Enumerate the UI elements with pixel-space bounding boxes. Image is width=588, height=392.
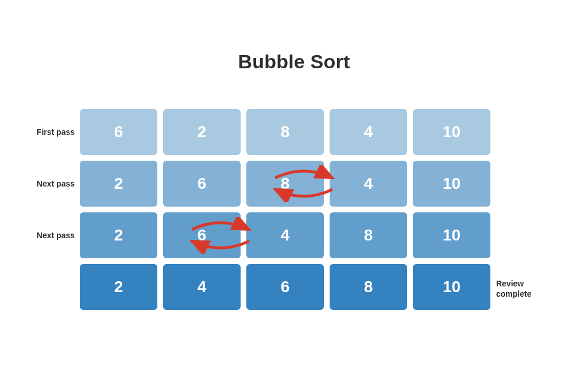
cell: 6: [246, 264, 324, 310]
table-row: 6 2 8 4 10: [80, 109, 491, 155]
table-row: 2 6 8 4 10: [80, 161, 491, 207]
page-title: Bubble Sort: [0, 51, 588, 73]
cell: 10: [413, 161, 490, 207]
sort-grid: 6 2 8 4 10 2 6 8 4 10 2: [80, 109, 491, 316]
cell: 2: [80, 212, 157, 258]
cell: 6: [163, 161, 241, 207]
cell: 4: [330, 161, 407, 207]
cell: 2: [80, 264, 157, 310]
table-row: 2 4 6 8 10: [80, 264, 491, 310]
row-label-right-3: Review complete: [496, 278, 565, 299]
cell: 4: [163, 264, 241, 310]
cell: 10: [413, 212, 490, 258]
cell: 2: [163, 109, 241, 155]
diagram-page: Bubble Sort First pass Next pass Next pa…: [0, 0, 588, 392]
cell: 8: [330, 212, 407, 258]
cell: 8: [246, 161, 324, 207]
cell: 6: [163, 212, 241, 258]
table-row: 2 6 4 8 10: [80, 212, 491, 258]
row-label-left-0: First pass: [23, 127, 75, 137]
cell: 8: [330, 264, 407, 310]
cell: 2: [80, 161, 157, 207]
row-label-left-1: Next pass: [23, 179, 75, 188]
cell: 10: [413, 109, 490, 155]
row-label-left-2: Next pass: [23, 231, 75, 240]
cell: 8: [246, 109, 324, 155]
cell: 4: [330, 109, 407, 155]
cell: 10: [413, 264, 490, 310]
cell: 6: [80, 109, 157, 155]
cell: 4: [246, 212, 324, 258]
